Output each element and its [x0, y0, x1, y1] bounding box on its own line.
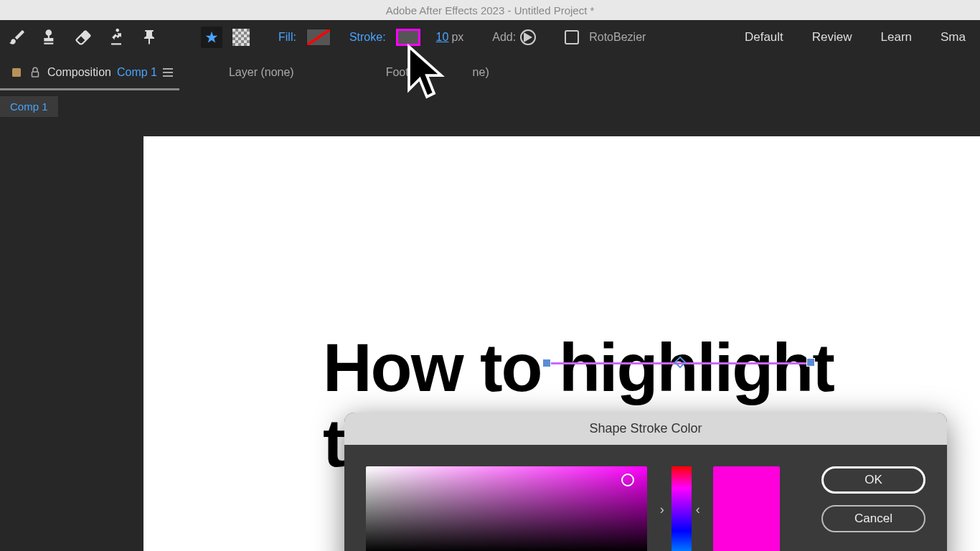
hue-arrow-right[interactable]: ‹: [696, 502, 700, 517]
workspace-learn[interactable]: Learn: [867, 24, 926, 50]
composition-name: Comp 1: [117, 66, 157, 79]
workspace-review[interactable]: Review: [798, 24, 867, 50]
ok-button[interactable]: OK: [821, 466, 925, 494]
tab-underline: [0, 88, 179, 90]
hue-arrow-left[interactable]: ›: [660, 502, 664, 517]
panel-tabs: Composition Comp 1 Layer (none) Foota ne…: [0, 55, 980, 90]
color-picker-dialog: Shape Stroke Color › ‹ OK Cancel: [344, 413, 947, 551]
lock-icon[interactable]: [29, 66, 42, 79]
workspace-default[interactable]: Default: [730, 24, 798, 50]
star-fill-icon[interactable]: [201, 27, 222, 48]
dialog-title: Shape Stroke Color: [344, 413, 947, 445]
path-handle-end[interactable]: [806, 358, 815, 367]
panel-icon: [10, 66, 23, 79]
composition-tab[interactable]: Composition Comp 1: [0, 60, 183, 85]
stroke-width-unit: px: [451, 31, 463, 44]
stroke-label[interactable]: Stroke:: [349, 31, 386, 44]
sv-cursor[interactable]: [621, 474, 634, 486]
footage-tab[interactable]: Foota ne): [376, 60, 499, 85]
main-toolbar: Fill: Stroke: 10 px Add: RotoBezier Defa…: [0, 20, 980, 55]
add-label: Add:: [492, 31, 516, 44]
stroke-width-value[interactable]: 10: [436, 31, 449, 44]
saturation-value-picker[interactable]: [366, 466, 647, 551]
path-handle-start[interactable]: [542, 359, 551, 367]
rotobezier-checkbox[interactable]: [565, 30, 579, 44]
comp-breadcrumb[interactable]: Comp 1: [0, 96, 58, 117]
svg-rect-0: [12, 68, 21, 77]
stamp-tool-icon[interactable]: [39, 26, 62, 49]
fill-label[interactable]: Fill:: [278, 31, 296, 44]
transparency-icon[interactable]: [232, 29, 250, 46]
fill-swatch[interactable]: [306, 29, 331, 46]
titlebar: Adobe After Effects 2023 - Untitled Proj…: [0, 0, 980, 20]
roto-tool-icon[interactable]: [105, 26, 128, 49]
composition-label: Composition: [47, 66, 111, 79]
workspace-small[interactable]: Sma: [926, 24, 980, 50]
panel-menu-icon[interactable]: [163, 68, 173, 77]
eraser-tool-icon[interactable]: [72, 26, 95, 49]
pin-tool-icon[interactable]: [138, 26, 161, 49]
brush-tool-icon[interactable]: [6, 26, 29, 49]
layer-tab[interactable]: Layer (none): [219, 60, 304, 85]
add-button[interactable]: [520, 29, 536, 45]
hue-slider-group: › ‹: [660, 466, 700, 551]
hue-slider[interactable]: [672, 466, 692, 551]
cancel-button[interactable]: Cancel: [821, 505, 925, 532]
rotobezier-label: RotoBezier: [589, 31, 646, 44]
svg-rect-1: [32, 72, 39, 77]
stroke-swatch[interactable]: [396, 29, 420, 46]
color-preview-swatch[interactable]: [713, 466, 780, 551]
